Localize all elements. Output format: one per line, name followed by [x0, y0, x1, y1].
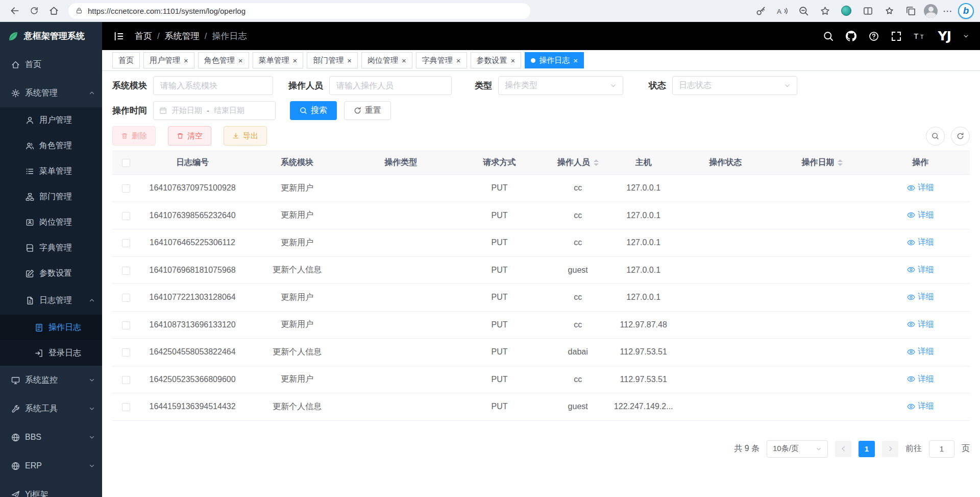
split-screen-icon[interactable] — [860, 3, 876, 19]
row-checkbox[interactable] — [122, 212, 130, 220]
bing-icon[interactable]: b — [958, 3, 974, 19]
delete-button[interactable]: 删除 — [112, 126, 156, 146]
detail-link[interactable]: 详细 — [907, 265, 934, 275]
password-key-icon[interactable] — [752, 3, 769, 19]
read-aloud-icon[interactable]: A — [774, 3, 790, 19]
app-logo[interactable]: 意框架管理系统 — [0, 22, 102, 50]
sort-carets-icon[interactable] — [838, 159, 843, 166]
tab-close-icon[interactable]: × — [238, 57, 243, 64]
sidebar-item-system-tools[interactable]: 系统工具 — [0, 394, 102, 423]
detail-link[interactable]: 详细 — [907, 346, 934, 357]
date-range-picker[interactable]: 开始日期 - 结束日期 — [153, 101, 276, 120]
tab-close-icon[interactable]: × — [293, 57, 298, 64]
sidebar-item-dept-mgmt[interactable]: 部门管理 — [0, 184, 102, 209]
tab-close-icon[interactable]: × — [402, 57, 406, 64]
refresh-table-button[interactable] — [951, 127, 970, 146]
select-all-checkbox[interactable] — [122, 159, 130, 167]
row-checkbox[interactable] — [122, 267, 130, 275]
col-date[interactable]: 操作日期 — [773, 151, 871, 175]
export-button[interactable]: 导出 — [224, 126, 267, 146]
tab-dept-mgmt[interactable]: 部门管理× — [307, 52, 358, 68]
breadcrumb-system-mgmt[interactable]: 系统管理 — [165, 30, 200, 42]
help-icon[interactable] — [869, 31, 879, 41]
operator-input[interactable] — [329, 76, 452, 95]
reset-button[interactable]: 重置 — [344, 101, 391, 120]
tab-home[interactable]: 首页 — [112, 52, 140, 68]
tab-close-icon[interactable]: × — [456, 57, 461, 64]
tab-post-mgmt[interactable]: 岗位管理× — [361, 52, 412, 68]
sidebar-item-log-mgmt[interactable]: 日志管理 — [0, 286, 102, 315]
search-button[interactable]: 搜索 — [290, 101, 337, 120]
collections-icon[interactable] — [902, 3, 919, 19]
row-checkbox[interactable] — [122, 348, 130, 357]
tab-close-icon[interactable]: × — [573, 57, 578, 64]
sort-carets-icon[interactable] — [594, 159, 599, 166]
favorite-star-icon[interactable] — [817, 3, 833, 19]
col-operator[interactable]: 操作人员 — [546, 151, 609, 175]
sidebar-item-erp[interactable]: ERP — [0, 452, 102, 480]
row-checkbox[interactable] — [122, 294, 130, 302]
browser-profile-avatar[interactable] — [924, 4, 938, 18]
sidebar-fold-icon[interactable] — [113, 31, 125, 42]
browser-home-button[interactable] — [45, 2, 62, 19]
detail-link[interactable]: 详细 — [907, 292, 934, 302]
tab-close-icon[interactable]: × — [184, 57, 188, 64]
status-select[interactable]: 日志状态 — [672, 76, 797, 95]
tab-menu-mgmt[interactable]: 菜单管理× — [253, 52, 304, 68]
page-size-select[interactable]: 10条/页 — [767, 440, 828, 458]
next-page-button[interactable] — [882, 441, 898, 457]
sidebar-item-yi-framework[interactable]: Yi框架 — [0, 480, 102, 497]
tab-close-icon[interactable]: × — [511, 57, 516, 64]
tab-role-mgmt[interactable]: 角色管理× — [198, 52, 249, 68]
row-checkbox[interactable] — [122, 403, 130, 411]
type-select[interactable]: 操作类型 — [498, 76, 623, 95]
chevron-down-icon[interactable] — [963, 33, 969, 39]
clear-button[interactable]: 清空 — [168, 126, 211, 146]
sidebar-item-login-log[interactable]: 登录日志 — [0, 340, 102, 366]
browser-back-button[interactable] — [6, 2, 23, 19]
sidebar-item-home[interactable]: 首页 — [0, 50, 102, 79]
tab-param-settings[interactable]: 参数设置× — [471, 52, 522, 68]
extension-icon[interactable] — [838, 3, 854, 19]
detail-link[interactable]: 详细 — [907, 374, 934, 385]
sidebar-item-menu-mgmt[interactable]: 菜单管理 — [0, 158, 102, 184]
sidebar-item-system-monitor[interactable]: 系统监控 — [0, 366, 102, 394]
browser-menu-icon[interactable]: ⋯ — [943, 5, 953, 17]
favorites-bar-icon[interactable] — [881, 3, 897, 19]
yj-logo[interactable]: YJ — [938, 29, 951, 43]
detail-link[interactable]: 详细 — [907, 319, 934, 330]
sidebar-item-user-mgmt[interactable]: 用户管理 — [0, 107, 102, 133]
font-size-icon[interactable]: TT — [914, 32, 926, 40]
prev-page-button[interactable] — [835, 441, 851, 457]
tab-close-icon[interactable]: × — [347, 57, 352, 64]
sidebar-item-operation-log[interactable]: 操作日志 — [0, 315, 102, 340]
module-input[interactable] — [153, 76, 273, 95]
search-icon[interactable] — [823, 31, 834, 41]
sidebar-item-dict-mgmt[interactable]: 字典管理 — [0, 235, 102, 261]
sidebar-item-bbs[interactable]: BBS — [0, 423, 102, 452]
sidebar-item-system-mgmt[interactable]: 系统管理 — [0, 79, 102, 107]
tab-operation-log[interactable]: 操作日志× — [525, 52, 584, 68]
tab-dict-mgmt[interactable]: 字典管理× — [416, 52, 467, 68]
breadcrumb-home[interactable]: 首页 — [135, 30, 152, 42]
detail-link[interactable]: 详细 — [907, 237, 934, 248]
row-checkbox[interactable] — [122, 239, 130, 247]
goto-page-input[interactable] — [929, 440, 954, 458]
sidebar-item-role-mgmt[interactable]: 角色管理 — [0, 133, 102, 158]
tab-user-mgmt[interactable]: 用户管理× — [143, 52, 194, 68]
zoom-out-icon[interactable] — [795, 3, 812, 19]
sidebar-item-post-mgmt[interactable]: 岗位管理 — [0, 209, 102, 235]
row-checkbox[interactable] — [122, 376, 130, 384]
browser-address-bar[interactable]: https://ccnetcore.com:1101/system/log/op… — [68, 3, 530, 19]
github-icon[interactable] — [846, 31, 856, 41]
detail-link[interactable]: 详细 — [907, 401, 934, 412]
row-checkbox[interactable] — [122, 321, 130, 329]
toggle-search-button[interactable] — [926, 127, 945, 146]
detail-link[interactable]: 详细 — [907, 210, 934, 221]
row-checkbox[interactable] — [122, 184, 130, 193]
sidebar-item-param-settings[interactable]: 参数设置 — [0, 261, 102, 286]
page-number-1[interactable]: 1 — [859, 441, 875, 457]
fullscreen-icon[interactable] — [891, 31, 901, 41]
detail-link[interactable]: 详细 — [907, 182, 934, 193]
browser-refresh-button[interactable] — [26, 2, 43, 19]
